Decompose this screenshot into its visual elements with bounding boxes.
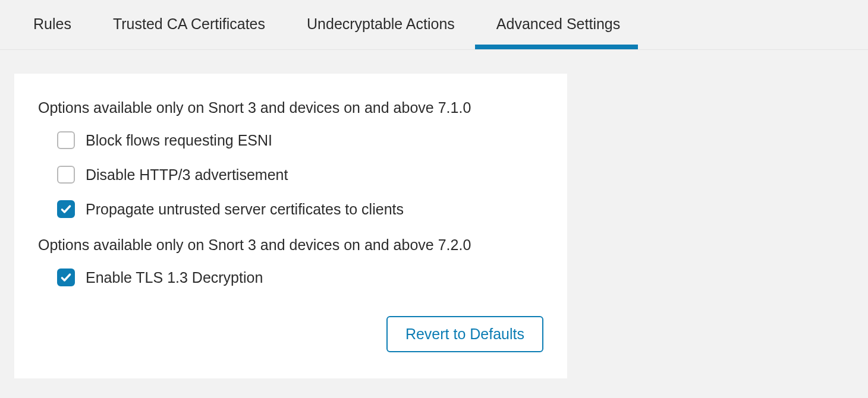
section-header-710: Options available only on Snort 3 and de…: [38, 97, 543, 118]
tab-advanced-settings[interactable]: Advanced Settings: [496, 0, 620, 49]
button-row: Revert to Defaults: [38, 316, 543, 352]
option-label: Block flows requesting ESNI: [86, 132, 272, 149]
checkbox-block-esni[interactable]: [57, 131, 75, 149]
revert-to-defaults-button[interactable]: Revert to Defaults: [386, 316, 543, 352]
checkbox-enable-tls13[interactable]: [57, 269, 75, 286]
tab-rules[interactable]: Rules: [33, 0, 71, 49]
option-disable-http3: Disable HTTP/3 advertisement: [38, 166, 543, 184]
option-block-esni: Block flows requesting ESNI: [38, 131, 543, 149]
option-label: Enable TLS 1.3 Decryption: [86, 269, 263, 286]
tab-undecryptable-actions[interactable]: Undecryptable Actions: [307, 0, 455, 49]
option-label: Propagate untrusted server certificates …: [86, 201, 404, 218]
checkbox-disable-http3[interactable]: [57, 166, 75, 184]
check-icon: [60, 271, 72, 283]
tabs-bar: Rules Trusted CA Certificates Undecrypta…: [0, 0, 868, 50]
section-header-720: Options available only on Snort 3 and de…: [38, 235, 543, 255]
check-icon: [60, 203, 72, 215]
option-enable-tls13: Enable TLS 1.3 Decryption: [38, 269, 543, 286]
option-label: Disable HTTP/3 advertisement: [86, 166, 288, 184]
option-propagate-certs: Propagate untrusted server certificates …: [38, 200, 543, 218]
advanced-settings-panel: Options available only on Snort 3 and de…: [14, 74, 567, 378]
checkbox-propagate-certs[interactable]: [57, 200, 75, 218]
tab-trusted-ca-certificates[interactable]: Trusted CA Certificates: [113, 0, 265, 49]
